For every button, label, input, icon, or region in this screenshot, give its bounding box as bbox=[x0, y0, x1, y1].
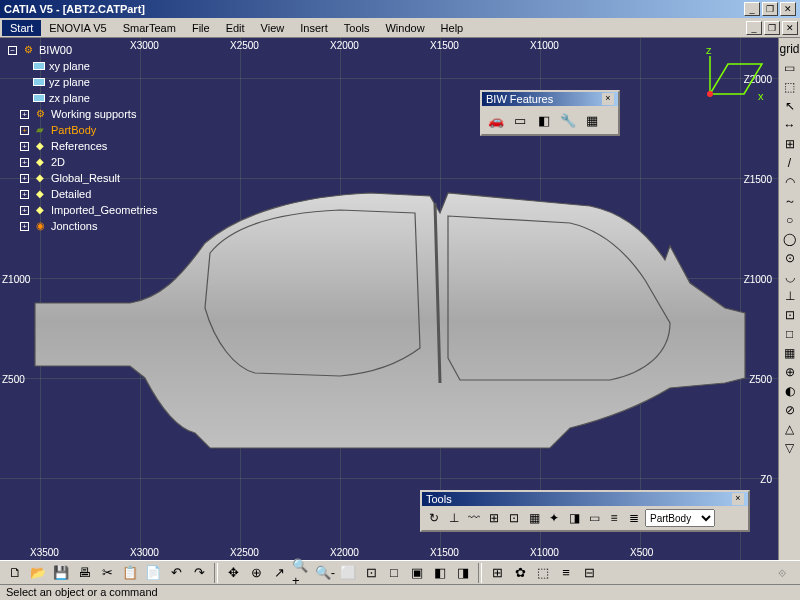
toolbar-button[interactable]: ↔ bbox=[781, 116, 799, 134]
tree-node[interactable]: xy plane bbox=[18, 58, 159, 74]
toolbar-button[interactable]: 📋 bbox=[119, 562, 141, 584]
3d-viewport[interactable]: X3500 X3000 X2500 X2000 X1500 X1000 X500… bbox=[0, 38, 778, 560]
tools-panel[interactable]: Tools × ↻⊥〰⊞⊡▦✦◨▭≡≣ PartBody bbox=[420, 490, 750, 532]
toolbar-button[interactable]: 🔧 bbox=[557, 109, 579, 131]
toolbar-button[interactable]: ◠ bbox=[781, 173, 799, 191]
toolbar-button[interactable]: ◧ bbox=[533, 109, 555, 131]
tree-node[interactable]: +◆2D bbox=[18, 154, 159, 170]
expand-icon[interactable]: + bbox=[20, 206, 29, 215]
toolbar-button[interactable]: ○ bbox=[781, 211, 799, 229]
panel-close-icon[interactable]: × bbox=[602, 93, 614, 105]
view-compass[interactable]: x z bbox=[704, 44, 768, 108]
toolbar-button[interactable]: ▭ bbox=[585, 509, 603, 527]
toolbar-button[interactable]: ⊡ bbox=[505, 509, 523, 527]
menu-view[interactable]: View bbox=[253, 20, 293, 36]
current-body-select[interactable]: PartBody bbox=[645, 509, 715, 527]
panel-close-icon[interactable]: × bbox=[732, 493, 744, 505]
toolbar-button[interactable]: ⊥ bbox=[445, 509, 463, 527]
toolbar-button[interactable]: 〰 bbox=[465, 509, 483, 527]
tree-node[interactable]: +◆References bbox=[18, 138, 159, 154]
tree-node[interactable]: +⚙Working supports bbox=[18, 106, 159, 122]
tree-node[interactable]: +◆Global_Result bbox=[18, 170, 159, 186]
minimize-button[interactable]: _ bbox=[744, 2, 760, 16]
expand-icon[interactable]: + bbox=[20, 142, 29, 151]
toolbar-button[interactable]: ◨ bbox=[565, 509, 583, 527]
toolbar-button[interactable]: ⊕ bbox=[245, 562, 267, 584]
toolbar-button[interactable]: ～ bbox=[781, 192, 799, 210]
toolbar-button[interactable]: ⊘ bbox=[781, 401, 799, 419]
toolbar-button[interactable]: □ bbox=[383, 562, 405, 584]
toolbar-button[interactable]: ↶ bbox=[165, 562, 187, 584]
toolbar-button[interactable]: ≡ bbox=[555, 562, 577, 584]
menu-enovia[interactable]: ENOVIA V5 bbox=[41, 20, 114, 36]
toolbar-button[interactable]: ◡ bbox=[781, 268, 799, 286]
toolbar-button[interactable]: ▦ bbox=[525, 509, 543, 527]
toolbar-button[interactable]: ↖ bbox=[781, 97, 799, 115]
toolbar-button[interactable]: ⊥ bbox=[781, 287, 799, 305]
close-button[interactable]: ✕ bbox=[780, 2, 796, 16]
menu-window[interactable]: Window bbox=[377, 20, 432, 36]
tree-node[interactable]: +◉Jonctions bbox=[18, 218, 159, 234]
toolbar-button[interactable]: ◧ bbox=[429, 562, 451, 584]
menu-tools[interactable]: Tools bbox=[336, 20, 378, 36]
toolbar-button[interactable]: ⬚ bbox=[781, 78, 799, 96]
toolbar-button[interactable]: ⊙ bbox=[781, 249, 799, 267]
maximize-button[interactable]: ❐ bbox=[762, 2, 778, 16]
toolbar-button[interactable]: ⊞ bbox=[485, 509, 503, 527]
toolbar-button[interactable]: ▣ bbox=[406, 562, 428, 584]
toolbar-button[interactable]: ⊞ bbox=[486, 562, 508, 584]
toolbar-button[interactable]: 📄 bbox=[142, 562, 164, 584]
collapse-icon[interactable]: − bbox=[8, 46, 17, 55]
toolbar-button[interactable]: / bbox=[781, 154, 799, 172]
toolbar-button[interactable]: ⊡ bbox=[781, 306, 799, 324]
toolbar-button[interactable]: ▭ bbox=[781, 59, 799, 77]
menu-edit[interactable]: Edit bbox=[218, 20, 253, 36]
toolbar-button[interactable]: 🔍- bbox=[314, 562, 336, 584]
toolbar-button[interactable]: 📂 bbox=[27, 562, 49, 584]
toolbar-button[interactable]: 🔍+ bbox=[291, 562, 313, 584]
toolbar-button[interactable]: ◯ bbox=[781, 230, 799, 248]
toolbar-button[interactable]: ⊞ bbox=[781, 135, 799, 153]
toolbar-button[interactable]: ⬚ bbox=[532, 562, 554, 584]
toolbar-button[interactable]: ⬜ bbox=[337, 562, 359, 584]
doc-restore-button[interactable]: ❐ bbox=[764, 21, 780, 35]
menu-file[interactable]: File bbox=[184, 20, 218, 36]
tree-node[interactable]: +▰PartBody bbox=[18, 122, 159, 138]
toolbar-button[interactable]: 💾 bbox=[50, 562, 72, 584]
tree-node[interactable]: +◆Imported_Geometries bbox=[18, 202, 159, 218]
toolbar-button[interactable]: ◨ bbox=[452, 562, 474, 584]
specification-tree[interactable]: − ⚙ BIW00 xy planeyz planezx plane+⚙Work… bbox=[6, 42, 159, 234]
toolbar-button[interactable]: ✥ bbox=[222, 562, 244, 584]
tree-node[interactable]: +◆Detailed bbox=[18, 186, 159, 202]
toolbar-button[interactable]: ⊕ bbox=[781, 363, 799, 381]
expand-icon[interactable]: + bbox=[20, 110, 29, 119]
toolbar-button[interactable]: ▭ bbox=[509, 109, 531, 131]
toolbar-button[interactable]: ▽ bbox=[781, 439, 799, 457]
doc-minimize-button[interactable]: _ bbox=[746, 21, 762, 35]
toolbar-button[interactable]: ⊟ bbox=[578, 562, 600, 584]
toolbar-button[interactable]: □ bbox=[781, 325, 799, 343]
toolbar-button[interactable]: 🖶 bbox=[73, 562, 95, 584]
menu-insert[interactable]: Insert bbox=[292, 20, 336, 36]
toolbar-button[interactable]: ⊡ bbox=[360, 562, 382, 584]
tree-node[interactable]: yz plane bbox=[18, 74, 159, 90]
expand-icon[interactable]: + bbox=[20, 158, 29, 167]
toolbar-button[interactable]: ▦ bbox=[781, 344, 799, 362]
menu-smarteam[interactable]: SmarTeam bbox=[115, 20, 184, 36]
toolbar-button[interactable]: ▦ bbox=[581, 109, 603, 131]
expand-icon[interactable]: + bbox=[20, 222, 29, 231]
toolbar-button[interactable]: ↗ bbox=[268, 562, 290, 584]
menu-start[interactable]: Start bbox=[2, 20, 41, 36]
doc-close-button[interactable]: ✕ bbox=[782, 21, 798, 35]
toolbar-button[interactable]: ↻ bbox=[425, 509, 443, 527]
tree-node[interactable]: zx plane bbox=[18, 90, 159, 106]
expand-icon[interactable]: + bbox=[20, 174, 29, 183]
biw-features-panel[interactable]: BIW Features × 🚗▭◧🔧▦ bbox=[480, 90, 620, 136]
expand-icon[interactable]: + bbox=[20, 126, 29, 135]
toolbar-button[interactable]: ✦ bbox=[545, 509, 563, 527]
menu-help[interactable]: Help bbox=[433, 20, 472, 36]
toolbar-button[interactable]: ✿ bbox=[509, 562, 531, 584]
toolbar-button[interactable]: ≡ bbox=[605, 509, 623, 527]
toolbar-button[interactable]: ◐ bbox=[781, 382, 799, 400]
toolbar-button[interactable]: △ bbox=[781, 420, 799, 438]
